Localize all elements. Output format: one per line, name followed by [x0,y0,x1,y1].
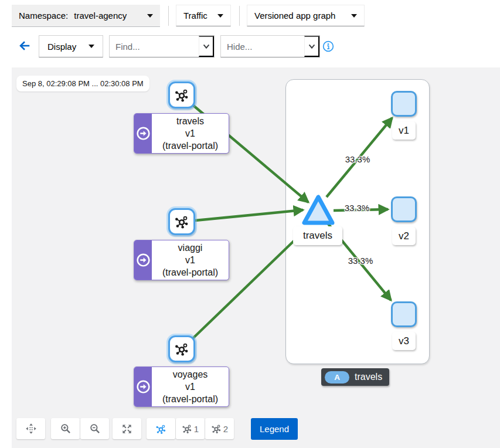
toolbar-divider [168,6,169,26]
root-badge-strip [134,367,152,406]
edge-viaggi-to-service[interactable] [195,210,303,220]
hide-options-toggle[interactable] [304,36,319,57]
graph-layout-icon [155,423,166,435]
traffic-source-icon [137,127,150,140]
graph-layout-default-button[interactable] [147,418,175,439]
traffic-dropdown-label: Traffic [183,11,208,21]
workload-node-label-v2: v2 [392,227,416,245]
zoom-out-button[interactable] [80,418,109,439]
app-namespace: (travel-portal) [162,140,218,152]
chevron-down-icon [89,45,94,48]
app-badge: A [325,371,349,383]
workload-node-v1[interactable] [391,91,417,117]
app-namespace: (travel-portal) [162,266,218,279]
app-node-travels[interactable] [168,82,195,108]
find-options-toggle[interactable] [199,36,214,57]
display-dropdown[interactable]: Display [39,35,103,57]
root-badge-strip [134,240,152,280]
traffic-source-icon [137,253,150,267]
graph-edges [12,67,500,448]
toolbar-divider [239,6,240,26]
namespace-dropdown[interactable]: Namespace: travel-agency [12,5,160,27]
pan-button[interactable] [16,418,45,439]
app-version: v1 [185,254,195,266]
graph-layout-number: 1 [194,424,199,434]
chevron-down-icon [147,14,153,18]
app-icon [174,87,189,103]
toolbar-row-primary: Namespace: travel-agency Traffic Version… [0,5,500,27]
back-arrow-icon [18,39,31,52]
edge-label-v3: 33.3% [342,256,379,266]
namespace-value: travel-agency [74,11,127,21]
hide-input[interactable] [221,36,304,57]
app-namespace: (travel-portal) [162,393,218,405]
app-label-text: voyages v1 (travel-portal) [152,367,229,406]
chevron-down-icon [351,14,357,18]
app-name: travels [176,115,204,127]
fit-to-screen-button[interactable] [113,418,141,439]
chevron-down-icon [217,14,223,18]
graph-canvas[interactable]: Sep 8, 02:29:08 PM ... 02:30:08 PM 33.3%… [12,67,500,448]
graph-layout-icon [211,423,222,434]
service-node-travels[interactable] [301,193,335,227]
info-icon [322,40,334,52]
graph-toolbar: Namespace: travel-agency Traffic Version… [0,0,500,67]
app-label-viaggi[interactable]: viaggi v1 (travel-portal) [134,240,229,280]
workload-node-label-v1: v1 [392,121,416,140]
traffic-source-icon [137,380,150,393]
app-node-viaggi[interactable] [168,208,195,235]
workload-node-label-v3: v3 [392,332,416,350]
graph-layout-icon [182,423,192,434]
edge-label-v2: 33.3% [338,203,376,213]
graph-info-button[interactable] [322,40,334,52]
workload-node-v2[interactable] [391,196,417,222]
app-name: voyages [173,368,208,381]
workload-node-v3[interactable] [391,301,417,327]
toolbar-row-secondary: Display [0,35,500,57]
traffic-dropdown[interactable]: Traffic [176,5,231,26]
graph-type-dropdown-label: Versioned app graph [254,11,335,21]
app-version: v1 [185,381,195,393]
graph-type-dropdown[interactable]: Versioned app graph [247,5,365,26]
expand-icon [121,423,132,435]
chevron-down-icon [202,42,211,51]
graph-layout-number: 2 [223,424,228,434]
app-group-name: travels [355,372,382,382]
edge-label-v1: 33.3% [339,154,376,164]
namespace-label: Namespace: [19,11,68,21]
find-control [109,35,215,57]
hide-control [220,35,320,57]
display-dropdown-label: Display [47,42,76,52]
graph-time-range: Sep 8, 02:29:08 PM ... 02:30:08 PM [16,76,149,91]
pan-icon [25,423,37,435]
app-label-text: travels v1 (travel-portal) [152,114,229,153]
zoom-in-button[interactable] [51,418,80,439]
service-node-label: travels [293,226,342,245]
app-version: v1 [185,127,195,140]
find-input[interactable] [110,36,199,57]
app-label-voyages[interactable]: voyages v1 (travel-portal) [134,366,229,407]
graph-layout-2-button[interactable]: 2 [205,418,234,439]
zoom-out-icon [89,423,101,435]
back-button[interactable] [18,39,32,53]
app-icon [174,214,189,229]
zoom-in-icon [60,423,72,435]
app-label-text: viaggi v1 (travel-portal) [152,240,229,280]
graph-layout-1-button[interactable]: 1 [176,418,205,439]
root-badge-strip [134,114,152,153]
app-label-travels[interactable]: travels v1 (travel-portal) [134,113,229,154]
app-icon [174,341,189,357]
app-node-voyages[interactable] [168,335,195,362]
app-group-label[interactable]: A travels [321,368,389,386]
app-name: viaggi [178,242,203,254]
legend-button[interactable]: Legend [251,418,298,440]
chevron-down-icon [307,42,317,51]
